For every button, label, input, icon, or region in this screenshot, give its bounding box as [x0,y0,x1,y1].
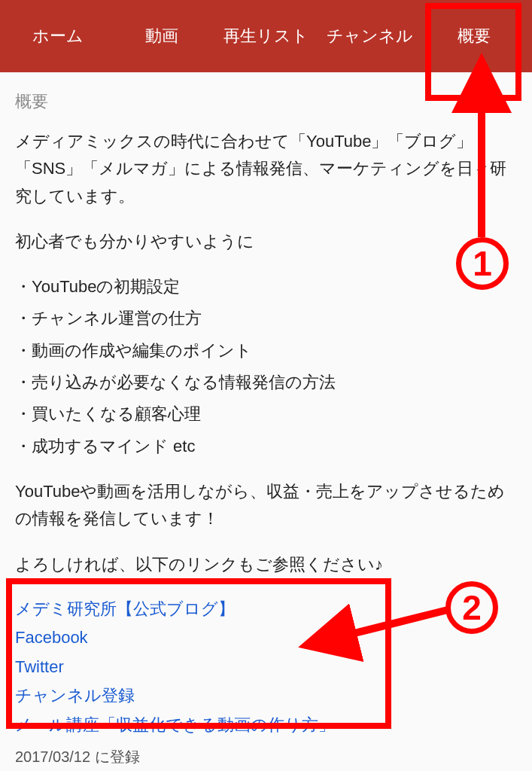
bullet-item: ・売り込みが必要なくなる情報発信の方法 [15,369,517,396]
registered-date: 2017/03/12 に登録 [0,739,532,771]
about-outro1: YouTubeや動画を活用しながら、収益・売上をアップさせるための情報を発信して… [15,478,517,533]
tab-playlists[interactable]: 再生リスト [214,19,318,53]
tab-about[interactable]: 概要 [422,19,526,53]
about-outro2: よろしければ、以下のリンクもご参照ください♪ [15,551,517,578]
link-course[interactable]: メール講座「収益化できる動画の作り方」 [15,711,517,740]
bullet-item: ・買いたくなる顧客心理 [15,401,517,428]
about-bullets: ・YouTubeの初期設定 ・チャンネル運営の仕方 ・動画の作成や編集のポイント… [15,273,517,460]
bullet-item: ・チャンネル運営の仕方 [15,305,517,332]
link-blog[interactable]: メデミ研究所【公式ブログ】 [15,595,517,624]
about-sub: 初心者でも分かりやすいように [15,228,517,255]
about-content: メディアミックスの時代に合わせて「YouTube」「ブログ」「SNS」「メルマガ… [0,119,532,595]
link-subscribe[interactable]: チャンネル登録 [15,681,517,711]
link-facebook[interactable]: Facebook [15,623,517,653]
external-links: メデミ研究所【公式ブログ】 Facebook Twitter チャンネル登録 メ… [0,595,532,740]
section-title: 概要 [0,72,532,119]
bullet-item: ・成功するマインド etc [15,433,517,460]
channel-tabbar: ホーム 動画 再生リスト チャンネル 概要 [0,0,532,72]
bullet-item: ・動画の作成や編集のポイント [15,337,517,364]
tab-channel[interactable]: チャンネル [318,19,422,53]
tab-videos[interactable]: 動画 [110,19,214,53]
link-twitter[interactable]: Twitter [15,653,517,682]
about-intro: メディアミックスの時代に合わせて「YouTube」「ブログ」「SNS」「メルマガ… [15,128,517,210]
bullet-item: ・YouTubeの初期設定 [15,273,517,300]
tab-home[interactable]: ホーム [6,19,110,53]
